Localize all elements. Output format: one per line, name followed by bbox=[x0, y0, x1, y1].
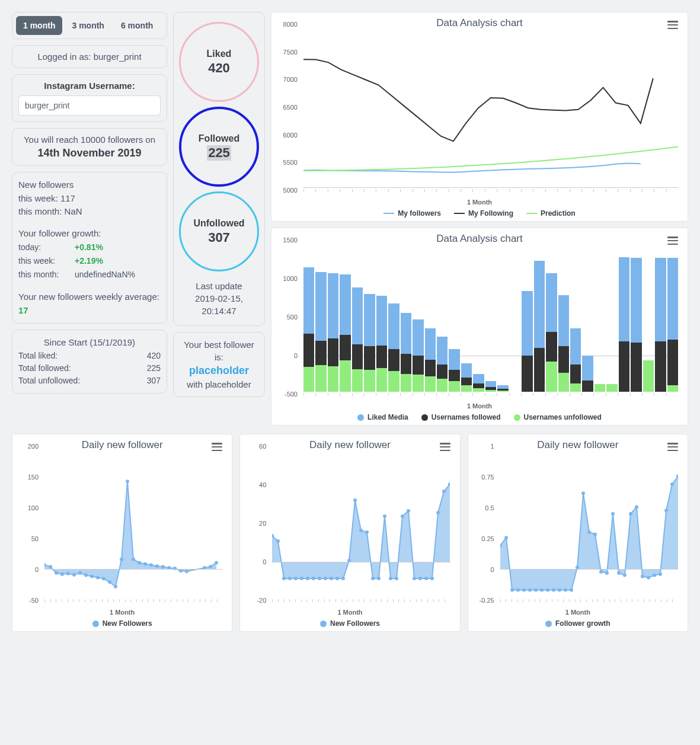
svg-point-47 bbox=[383, 514, 386, 518]
svg-point-71 bbox=[570, 589, 573, 592]
svg-point-17 bbox=[143, 562, 147, 565]
login-card: Logged in as: burger_print bbox=[12, 45, 167, 68]
chart-small-2-legend: New Followers bbox=[246, 619, 453, 628]
svg-point-53 bbox=[418, 577, 422, 580]
growth-month-k: this month: bbox=[18, 268, 75, 281]
circle-unfollowed-val: 307 bbox=[208, 230, 230, 245]
circle-liked: Liked 420 bbox=[179, 22, 259, 102]
since-followed-v: 225 bbox=[147, 362, 161, 375]
chart-small-1: Daily new follower -50050100150200 1 Mon… bbox=[12, 434, 232, 632]
svg-point-73 bbox=[581, 491, 585, 495]
svg-point-12 bbox=[114, 585, 117, 589]
username-input[interactable] bbox=[18, 95, 161, 116]
hamburger-icon[interactable] bbox=[667, 21, 678, 29]
tab-6-month[interactable]: 6 month bbox=[114, 16, 160, 35]
newf-head: New followers bbox=[18, 178, 161, 192]
best-follower-card: Your best follower is: placeholder with … bbox=[173, 332, 265, 397]
chart-small-2-xlabel: 1 Month bbox=[246, 609, 453, 616]
chart-small-2: Daily new follower -200204060 1 Month Ne… bbox=[239, 434, 460, 632]
avg-text: Your new followers weekly average: bbox=[18, 292, 159, 302]
chart-bar-activity: Data Analysis chart -500050010001500 1 M… bbox=[271, 228, 688, 426]
hamburger-icon[interactable] bbox=[440, 443, 450, 451]
goal-card: You will reach 10000 followers on 14th N… bbox=[12, 128, 167, 166]
hamburger-icon[interactable] bbox=[667, 236, 678, 245]
best-name[interactable]: placeholder bbox=[180, 363, 258, 378]
svg-point-2 bbox=[55, 571, 58, 575]
svg-point-61 bbox=[510, 589, 514, 592]
svg-point-79 bbox=[617, 571, 621, 575]
growth-head: Your follower growth: bbox=[18, 227, 161, 241]
svg-point-30 bbox=[282, 577, 286, 580]
svg-point-18 bbox=[149, 563, 153, 567]
chart-small-3-title: Daily new follower bbox=[474, 439, 682, 451]
best-post: with placeholder bbox=[180, 378, 258, 391]
svg-point-14 bbox=[126, 479, 129, 483]
svg-point-64 bbox=[528, 589, 532, 592]
svg-point-38 bbox=[330, 577, 333, 580]
svg-point-5 bbox=[72, 573, 76, 577]
svg-point-19 bbox=[155, 564, 159, 568]
tab-3-month[interactable]: 3 month bbox=[65, 16, 111, 35]
svg-point-37 bbox=[324, 577, 327, 580]
tab-1-month[interactable]: 1 month bbox=[16, 16, 62, 35]
svg-point-43 bbox=[359, 529, 363, 532]
growth-today-k: today: bbox=[18, 241, 75, 254]
since-unfollowed-v: 307 bbox=[147, 375, 161, 387]
growth-today-v: +0.81% bbox=[75, 241, 161, 254]
svg-point-48 bbox=[389, 577, 392, 580]
svg-point-44 bbox=[365, 530, 369, 534]
svg-point-60 bbox=[504, 536, 508, 539]
circle-followed: Followed 225 bbox=[179, 107, 259, 187]
svg-point-83 bbox=[641, 575, 644, 578]
chart-bar-title: Data Analysis chart bbox=[277, 233, 682, 245]
chart-line-xlabel: 1 Month bbox=[277, 199, 682, 206]
chart-small-1-xlabel: 1 Month bbox=[18, 609, 226, 616]
since-followed-k: Total followed: bbox=[18, 362, 71, 375]
svg-point-46 bbox=[377, 577, 381, 580]
since-card: Since Start (15/1/2019) Total liked:420 … bbox=[12, 330, 167, 394]
svg-point-52 bbox=[413, 577, 416, 580]
svg-point-49 bbox=[395, 577, 398, 580]
growth-week-k: this week: bbox=[18, 255, 75, 267]
svg-point-40 bbox=[341, 577, 345, 580]
chart-small-3-legend: Follower growth bbox=[474, 619, 682, 628]
hamburger-icon[interactable] bbox=[212, 443, 222, 451]
newf-week-val: 117 bbox=[60, 193, 75, 203]
svg-point-33 bbox=[300, 577, 303, 580]
goal-date: 14th November 2019 bbox=[18, 147, 161, 159]
svg-point-34 bbox=[306, 577, 309, 580]
growth-week-v: +2.19% bbox=[75, 255, 161, 267]
svg-point-55 bbox=[430, 577, 434, 580]
since-head: Since Start (15/1/2019) bbox=[18, 336, 161, 350]
svg-point-75 bbox=[593, 532, 597, 536]
svg-point-16 bbox=[138, 561, 141, 564]
svg-point-26 bbox=[209, 565, 212, 568]
chart-line-title: Data Analysis chart bbox=[277, 17, 682, 29]
svg-point-54 bbox=[424, 577, 428, 580]
hamburger-icon[interactable] bbox=[667, 443, 678, 451]
svg-point-31 bbox=[288, 577, 292, 580]
growth-month-v: undefinedNaN% bbox=[75, 268, 161, 281]
svg-point-3 bbox=[60, 573, 64, 576]
chart-bar-xlabel: 1 Month bbox=[277, 402, 682, 410]
svg-point-20 bbox=[161, 565, 165, 568]
svg-point-78 bbox=[611, 512, 615, 516]
circle-unfollowed: Unfollowed 307 bbox=[179, 191, 259, 271]
chart-small-2-title: Daily new follower bbox=[246, 439, 453, 451]
svg-point-68 bbox=[552, 589, 555, 592]
svg-point-6 bbox=[78, 571, 82, 575]
svg-point-36 bbox=[318, 577, 321, 580]
last-update-l3: 20:14:47 bbox=[177, 305, 261, 317]
svg-point-62 bbox=[516, 589, 520, 592]
svg-point-87 bbox=[664, 509, 668, 512]
svg-point-77 bbox=[605, 571, 609, 575]
svg-point-88 bbox=[670, 482, 674, 486]
newf-month-val: NaN bbox=[65, 206, 82, 216]
circle-followed-label: Followed bbox=[199, 133, 239, 144]
login-prefix: Logged in as: bbox=[37, 52, 93, 62]
svg-point-57 bbox=[442, 490, 446, 493]
svg-point-7 bbox=[84, 574, 88, 577]
svg-point-39 bbox=[335, 577, 339, 580]
svg-point-84 bbox=[647, 575, 650, 579]
username-card: Instagram Username: bbox=[12, 74, 167, 122]
